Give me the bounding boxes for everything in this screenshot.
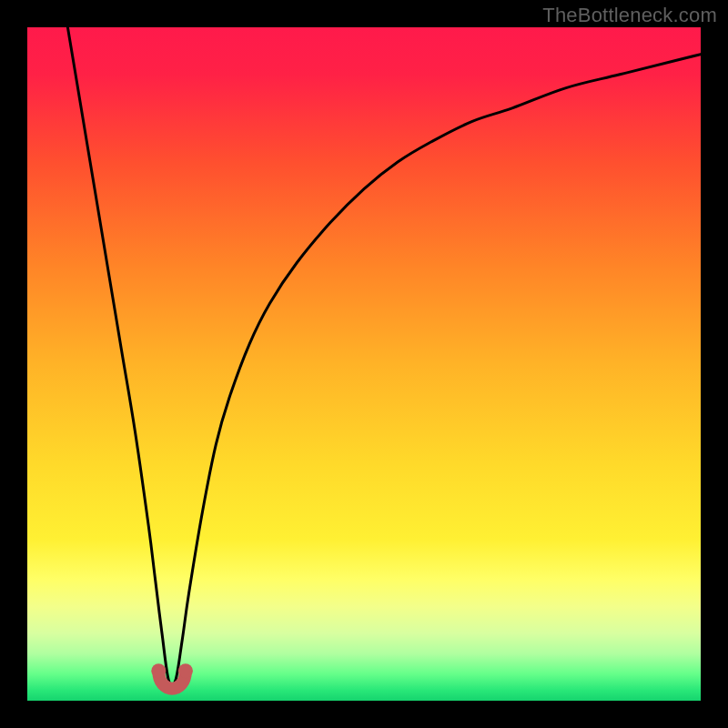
watermark-text: TheBottleneck.com: [542, 4, 717, 27]
svg-point-1: [151, 663, 166, 678]
min-marker: [151, 663, 193, 689]
plot-area: [27, 27, 701, 701]
chart-frame: TheBottleneck.com: [0, 0, 728, 728]
curve-layer: [27, 27, 701, 701]
svg-point-2: [178, 663, 193, 678]
bottleneck-curve: [67, 27, 701, 686]
